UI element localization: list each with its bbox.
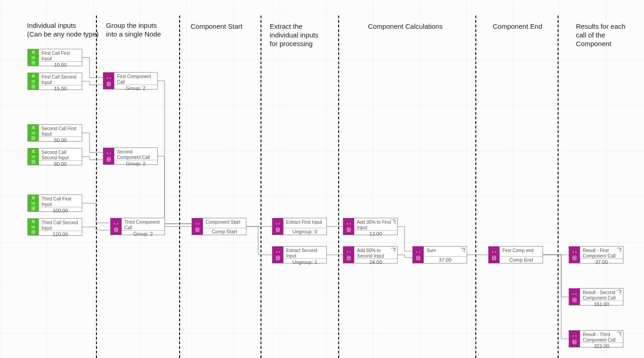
column-header: Component Calculations — [368, 22, 459, 31]
section-divider — [475, 16, 476, 358]
node-label: Component Start — [206, 220, 243, 225]
node-label: Second Component Call — [117, 149, 154, 160]
node-label: Second Call Second Input — [42, 150, 79, 160]
column-header: Individual inputs(Can be any node type) — [27, 21, 100, 38]
code-badge-icon — [103, 73, 114, 89]
popout-icon[interactable] — [460, 248, 465, 253]
code-badge-icon — [413, 247, 424, 263]
number-badge-icon — [28, 49, 39, 66]
code-badge-icon — [272, 247, 283, 263]
column-header: Component End — [493, 22, 566, 31]
group-node[interactable]: First Component CallGroup: 2 — [103, 72, 158, 90]
code-badge-icon — [569, 289, 580, 305]
input-node[interactable]: Second Call First Input50.00 — [27, 124, 82, 142]
node-value: 100.00 — [39, 207, 82, 214]
result-node[interactable]: Result - Second Component Call161.00 — [569, 288, 623, 305]
node-label: Extract First Input — [286, 220, 324, 225]
node-label: Add 30% to First Input — [357, 220, 394, 230]
node-label: Third Component Call — [124, 220, 162, 230]
node-label: Result - Second Component Call — [583, 290, 620, 300]
code-badge-icon — [489, 247, 500, 263]
code-badge-icon — [343, 218, 354, 235]
node-value: 50.00 — [39, 137, 82, 143]
node-label: Third Call First Input — [42, 196, 79, 207]
popout-icon[interactable] — [617, 290, 621, 295]
calc-node[interactable]: Add 60% to Second Input24.00 — [343, 246, 398, 263]
popout-icon[interactable] — [391, 248, 395, 253]
code-badge-icon — [569, 247, 580, 263]
code-badge-icon — [103, 148, 114, 164]
node-label: Result - First Component Call — [583, 248, 620, 258]
node-value: 161.00 — [580, 300, 623, 307]
number-badge-icon — [28, 219, 39, 235]
code-badge-icon — [192, 218, 203, 235]
node-label: Extract Second Input — [286, 248, 324, 258]
node-value: 37.00 — [580, 258, 623, 265]
section-divider — [338, 16, 339, 358]
node-value: 120.00 — [39, 231, 82, 237]
node-value: Ungroup: 0 — [283, 228, 326, 235]
column-header: Group the inputsinto a single Node — [106, 21, 179, 38]
node-value: 24.00 — [354, 258, 397, 265]
number-badge-icon — [28, 195, 39, 211]
number-badge-icon — [28, 73, 39, 90]
node-label: First Call Second Input — [42, 74, 79, 85]
group-node[interactable]: Second Component CallGroup: 2 — [103, 147, 158, 165]
input-node[interactable]: Third Call Second Input120.00 — [27, 218, 82, 236]
section-divider — [179, 16, 180, 358]
code-badge-icon — [111, 218, 122, 235]
group-node[interactable]: Third Component CallGroup: 2 — [110, 218, 165, 235]
input-node[interactable]: Second Call Second Input60.00 — [27, 148, 82, 165]
node-value: Group: 2 — [122, 230, 165, 237]
node-value: 13.00 — [354, 230, 397, 237]
code-badge-icon — [569, 331, 580, 347]
popout-icon[interactable] — [617, 332, 621, 337]
node-label: Sum — [426, 248, 464, 253]
section-divider — [558, 16, 559, 358]
input-node[interactable]: First Call First Input 10.00 — [27, 49, 82, 66]
calc-node[interactable]: Add 30% to First Input13.00 — [343, 218, 398, 235]
node-label: Third Call Second Input — [42, 220, 79, 231]
node-label: First Component Call — [117, 74, 154, 84]
column-header: Extract theindividual inputsfor processi… — [270, 22, 343, 48]
node-value: 322.00 — [580, 342, 623, 349]
sum-node[interactable]: Sum37.00 — [412, 246, 467, 263]
section-divider — [261, 16, 261, 358]
node-value: Comp End — [500, 256, 543, 263]
node-value: 37.00 — [424, 256, 467, 263]
number-badge-icon — [28, 148, 39, 165]
code-badge-icon — [343, 247, 354, 263]
node-label: Second Call First Input — [42, 126, 79, 137]
node-value: 60.00 — [39, 160, 82, 167]
popout-icon[interactable] — [617, 248, 621, 253]
extract-node[interactable]: Extract Second InputUngroup: 1 — [272, 246, 327, 263]
input-node[interactable]: First Call Second Input15.00 — [27, 73, 82, 90]
node-label: First Comp end — [502, 248, 540, 253]
node-value: Comp Start — [203, 228, 246, 235]
input-node[interactable]: Third Call First Input100.00 — [27, 195, 82, 212]
node-label: Add 60% to Second Input — [357, 248, 394, 258]
extract-node[interactable]: Extract First InputUngroup: 0 — [272, 218, 327, 235]
node-value: Group: 2 — [114, 160, 157, 167]
column-header: Results for eachcall of theComponent — [576, 22, 644, 48]
node-label: First Call First Input — [42, 51, 79, 61]
node-label: Result - Third Component Call — [583, 332, 620, 342]
column-header: Component Start — [191, 22, 264, 31]
popout-icon[interactable] — [391, 220, 395, 224]
node-value: Ungroup: 1 — [283, 258, 326, 265]
node-value: 15.00 — [39, 85, 82, 92]
code-badge-icon — [272, 218, 283, 235]
node-value: 10.00 — [39, 61, 82, 68]
number-badge-icon — [28, 125, 39, 141]
component-end-node[interactable]: First Comp endComp End — [488, 246, 543, 263]
result-node[interactable]: Result - First Component Call37.00 — [569, 246, 623, 263]
result-node[interactable]: Result - Third Component Call322.00 — [569, 330, 623, 347]
component-start-node[interactable]: Component StartComp Start — [192, 218, 246, 235]
section-divider — [96, 16, 97, 358]
node-value: Group: 2 — [114, 84, 157, 91]
